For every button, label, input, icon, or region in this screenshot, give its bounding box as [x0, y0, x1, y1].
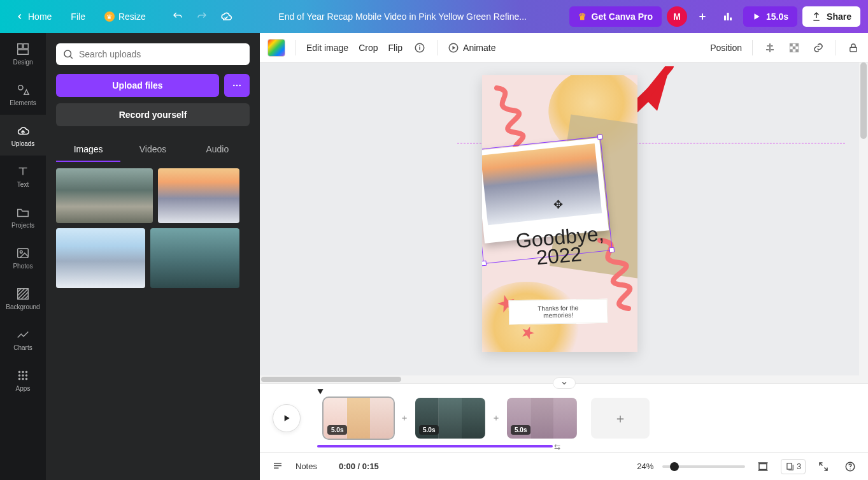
flip-button[interactable]: Flip — [388, 43, 403, 53]
color-swatch[interactable] — [267, 39, 285, 57]
nav-uploads[interactable]: Uploads — [0, 115, 46, 156]
file-menu[interactable]: File — [63, 6, 93, 27]
bottom-bar: Notes 0:00 / 0:15 24% 3 — [260, 452, 868, 480]
add-member-button[interactable] — [692, 6, 713, 27]
search-container — [56, 43, 250, 65]
template-icon — [16, 42, 30, 56]
notes-toggle[interactable] — [269, 458, 287, 476]
document-title[interactable]: End of Year Recap Mobile Video in Pink Y… — [236, 11, 569, 22]
svg-rect-11 — [18, 248, 29, 258]
timeline-play-button[interactable] — [273, 404, 301, 432]
upload-options-button[interactable] — [224, 74, 250, 97]
link-button[interactable] — [811, 41, 825, 55]
nudge-button[interactable] — [763, 41, 777, 55]
undo-icon — [172, 11, 183, 22]
chevron-down-icon — [560, 379, 568, 387]
fullscreen-button[interactable] — [815, 458, 832, 476]
nav-elements[interactable]: Elements — [0, 74, 46, 115]
preview-button[interactable]: 15.0s — [743, 6, 797, 27]
avatar[interactable]: M — [667, 6, 687, 27]
redo-button[interactable] — [192, 6, 212, 27]
timeline-clip[interactable]: 5.0s — [507, 398, 577, 439]
add-transition-button[interactable]: ＋ — [490, 412, 502, 424]
shapes-icon — [16, 83, 30, 97]
play-icon — [752, 12, 761, 21]
record-yourself-button[interactable]: Record yourself — [56, 103, 250, 126]
apps-grid-icon — [16, 368, 30, 382]
cloud-status[interactable] — [216, 6, 236, 27]
animate-button[interactable]: Animate — [448, 42, 495, 54]
svg-point-19 — [25, 374, 28, 377]
notes-label[interactable]: Notes — [295, 462, 317, 471]
nav-background[interactable]: Background — [0, 278, 46, 319]
vertical-scrollbar[interactable] — [859, 62, 868, 378]
add-transition-button[interactable]: ＋ — [399, 412, 410, 424]
nav-projects[interactable]: Projects — [0, 196, 46, 237]
scrollbar-thumb[interactable] — [261, 377, 401, 382]
svg-point-50 — [850, 469, 851, 470]
get-pro-button[interactable]: ♛ Get Canva Pro — [569, 6, 662, 27]
crown-icon: ♛ — [578, 11, 587, 22]
audio-track[interactable] — [317, 445, 553, 447]
headline-text[interactable]: Goodbye, 2022 — [515, 224, 606, 268]
canvas-area[interactable]: ★ ★ Thanks for the memories! Goodbye, 20… — [260, 62, 859, 378]
svg-rect-2 — [724, 16, 726, 21]
lock-button[interactable] — [846, 41, 860, 55]
svg-marker-5 — [755, 13, 760, 19]
tab-images[interactable]: Images — [56, 138, 120, 162]
timeline-clip[interactable]: 5.0s — [324, 398, 394, 439]
timeline-clip[interactable]: 5.0s — [415, 398, 485, 439]
svg-rect-4 — [730, 18, 732, 21]
scrollbar-thumb[interactable] — [860, 62, 867, 139]
analytics-button[interactable] — [718, 6, 738, 27]
artboard[interactable]: ★ ★ Thanks for the memories! Goodbye, 20… — [482, 75, 637, 352]
timeline-collapse-button[interactable] — [553, 377, 576, 389]
tab-audio[interactable]: Audio — [185, 138, 250, 162]
upload-tabs: Images Videos Audio — [56, 138, 250, 162]
upload-thumbnail[interactable] — [158, 168, 239, 223]
add-page-button[interactable]: ＋ — [591, 398, 650, 439]
search-input[interactable] — [79, 49, 243, 59]
share-button[interactable]: Share — [802, 6, 860, 27]
crop-button[interactable]: Crop — [359, 43, 378, 53]
move-cursor-icon: ✥ — [553, 198, 563, 212]
nav-photos[interactable]: Photos — [0, 237, 46, 278]
clip-duration-badge: 5.0s — [419, 425, 439, 435]
help-button[interactable] — [841, 458, 859, 476]
svg-point-26 — [236, 85, 238, 87]
animate-icon — [448, 42, 459, 54]
upload-thumbnail[interactable] — [56, 168, 153, 223]
svg-line-24 — [70, 56, 72, 58]
audio-track-end-handle[interactable]: ⇆ — [554, 442, 560, 451]
fit-view-button[interactable] — [754, 458, 772, 476]
upload-files-button[interactable]: Upload files — [56, 74, 219, 97]
svg-point-16 — [25, 370, 28, 373]
svg-marker-43 — [317, 389, 323, 394]
svg-point-30 — [419, 45, 420, 46]
undo-button[interactable] — [167, 6, 188, 27]
caption-card: Thanks for the memories! — [508, 299, 608, 325]
context-toolbar: Edit image Crop Flip Animate Position — [260, 33, 868, 62]
transparency-button[interactable] — [787, 41, 801, 55]
nav-design[interactable]: Design — [0, 33, 46, 74]
timeline: 5.0s ＋ 5.0s ＋ 5.0s ＋ ⇆ — [260, 383, 868, 452]
home-button[interactable]: Home — [8, 6, 59, 27]
zoom-slider[interactable] — [662, 465, 745, 468]
upload-thumbnail[interactable] — [150, 228, 239, 288]
position-button[interactable]: Position — [710, 43, 742, 53]
svg-point-22 — [25, 377, 28, 380]
nav-charts[interactable]: Charts — [0, 319, 46, 360]
zoom-slider-thumb[interactable] — [670, 462, 679, 471]
nav-text[interactable]: Text — [0, 156, 46, 196]
page-indicator[interactable]: 3 — [781, 459, 806, 474]
resize-button[interactable]: ♛ Resize — [97, 6, 153, 27]
svg-rect-7 — [24, 43, 28, 48]
hatch-icon — [16, 287, 30, 301]
edit-image-button[interactable]: Edit image — [306, 43, 348, 53]
info-button[interactable] — [413, 41, 427, 55]
svg-rect-6 — [18, 43, 22, 48]
upload-thumbnail[interactable] — [56, 228, 145, 288]
text-icon — [16, 164, 30, 178]
nav-apps[interactable]: Apps — [0, 360, 46, 400]
tab-videos[interactable]: Videos — [120, 138, 185, 162]
